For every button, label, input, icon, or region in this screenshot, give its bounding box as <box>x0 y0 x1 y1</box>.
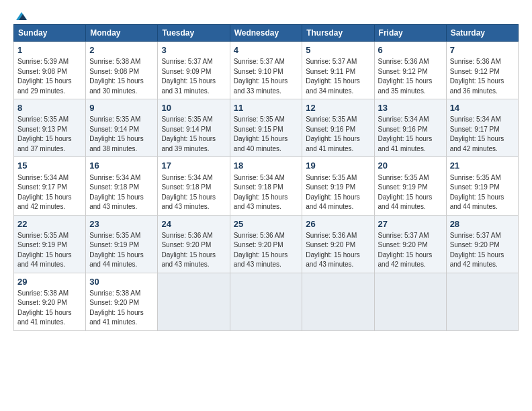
day-info: Sunrise: 5:35 AM Sunset: 9:14 PM Dayligh… <box>161 115 226 154</box>
weekday-header-friday: Friday <box>374 25 446 42</box>
day-number: 10 <box>161 102 226 114</box>
calendar-cell: 12Sunrise: 5:35 AM Sunset: 9:16 PM Dayli… <box>302 99 374 157</box>
calendar-cell: 1Sunrise: 5:39 AM Sunset: 9:08 PM Daylig… <box>14 42 86 99</box>
day-number: 9 <box>89 102 154 114</box>
day-info: Sunrise: 5:37 AM Sunset: 9:10 PM Dayligh… <box>234 57 299 96</box>
calendar-cell: 10Sunrise: 5:35 AM Sunset: 9:14 PM Dayli… <box>158 99 230 157</box>
day-number: 21 <box>450 160 515 172</box>
weekday-header-thursday: Thursday <box>302 25 374 42</box>
calendar-cell: 17Sunrise: 5:34 AM Sunset: 9:18 PM Dayli… <box>158 157 230 215</box>
day-info: Sunrise: 5:34 AM Sunset: 9:17 PM Dayligh… <box>17 173 82 212</box>
logo-area <box>13 11 28 19</box>
day-info: Sunrise: 5:35 AM Sunset: 9:13 PM Dayligh… <box>17 115 82 154</box>
calendar-cell <box>230 273 302 330</box>
day-info: Sunrise: 5:34 AM Sunset: 9:18 PM Dayligh… <box>234 173 299 212</box>
calendar-cell: 4Sunrise: 5:37 AM Sunset: 9:10 PM Daylig… <box>230 42 302 99</box>
day-number: 28 <box>450 218 515 230</box>
day-number: 15 <box>17 160 82 172</box>
calendar-cell: 3Sunrise: 5:37 AM Sunset: 9:09 PM Daylig… <box>158 42 230 99</box>
calendar-cell: 15Sunrise: 5:34 AM Sunset: 9:17 PM Dayli… <box>14 157 86 215</box>
day-info: Sunrise: 5:38 AM Sunset: 9:08 PM Dayligh… <box>89 57 154 96</box>
calendar-cell: 20Sunrise: 5:35 AM Sunset: 9:19 PM Dayli… <box>374 157 446 215</box>
weekday-header-row: SundayMondayTuesdayWednesdayThursdayFrid… <box>14 25 519 42</box>
day-number: 1 <box>17 44 82 56</box>
day-info: Sunrise: 5:34 AM Sunset: 9:18 PM Dayligh… <box>161 173 226 212</box>
logo <box>13 11 28 21</box>
calendar-cell: 14Sunrise: 5:34 AM Sunset: 9:17 PM Dayli… <box>446 99 518 157</box>
calendar-cell: 13Sunrise: 5:34 AM Sunset: 9:16 PM Dayli… <box>374 99 446 157</box>
day-info: Sunrise: 5:37 AM Sunset: 9:11 PM Dayligh… <box>306 57 370 96</box>
calendar-cell <box>158 273 230 330</box>
calendar-cell: 19Sunrise: 5:35 AM Sunset: 9:19 PM Dayli… <box>302 157 374 215</box>
week-row-4: 22Sunrise: 5:35 AM Sunset: 9:19 PM Dayli… <box>14 215 519 273</box>
day-info: Sunrise: 5:35 AM Sunset: 9:19 PM Dayligh… <box>17 231 82 270</box>
calendar-cell <box>374 273 446 330</box>
day-number: 2 <box>89 44 154 56</box>
calendar-cell: 7Sunrise: 5:36 AM Sunset: 9:12 PM Daylig… <box>446 42 518 99</box>
day-info: Sunrise: 5:35 AM Sunset: 9:19 PM Dayligh… <box>378 173 443 212</box>
calendar-cell: 8Sunrise: 5:35 AM Sunset: 9:13 PM Daylig… <box>14 99 86 157</box>
day-number: 26 <box>306 218 370 230</box>
day-info: Sunrise: 5:34 AM Sunset: 9:17 PM Dayligh… <box>450 115 515 154</box>
logo-icon <box>15 11 28 21</box>
calendar-cell: 6Sunrise: 5:36 AM Sunset: 9:12 PM Daylig… <box>374 42 446 99</box>
day-number: 16 <box>89 160 154 172</box>
calendar-cell: 5Sunrise: 5:37 AM Sunset: 9:11 PM Daylig… <box>302 42 374 99</box>
day-number: 6 <box>378 44 443 56</box>
day-info: Sunrise: 5:35 AM Sunset: 9:14 PM Dayligh… <box>89 115 154 154</box>
day-number: 14 <box>450 102 515 114</box>
day-info: Sunrise: 5:37 AM Sunset: 9:20 PM Dayligh… <box>378 231 443 270</box>
day-info: Sunrise: 5:35 AM Sunset: 9:19 PM Dayligh… <box>306 173 370 212</box>
day-number: 13 <box>378 102 443 114</box>
day-number: 19 <box>306 160 370 172</box>
day-number: 25 <box>234 218 299 230</box>
day-info: Sunrise: 5:36 AM Sunset: 9:12 PM Dayligh… <box>450 57 515 96</box>
weekday-header-monday: Monday <box>86 25 158 42</box>
day-number: 4 <box>234 44 299 56</box>
calendar-cell: 22Sunrise: 5:35 AM Sunset: 9:19 PM Dayli… <box>14 215 86 273</box>
calendar-cell <box>302 273 374 330</box>
day-number: 12 <box>306 102 370 114</box>
calendar-cell <box>446 273 518 330</box>
week-row-5: 29Sunrise: 5:38 AM Sunset: 9:20 PM Dayli… <box>14 273 519 330</box>
calendar-cell: 18Sunrise: 5:34 AM Sunset: 9:18 PM Dayli… <box>230 157 302 215</box>
day-number: 11 <box>234 102 299 114</box>
day-number: 7 <box>450 44 515 56</box>
day-info: Sunrise: 5:36 AM Sunset: 9:20 PM Dayligh… <box>306 231 370 270</box>
calendar-cell: 26Sunrise: 5:36 AM Sunset: 9:20 PM Dayli… <box>302 215 374 273</box>
weekday-header-saturday: Saturday <box>446 25 518 42</box>
calendar-cell: 23Sunrise: 5:35 AM Sunset: 9:19 PM Dayli… <box>86 215 158 273</box>
week-row-3: 15Sunrise: 5:34 AM Sunset: 9:17 PM Dayli… <box>14 157 519 215</box>
day-number: 20 <box>378 160 443 172</box>
day-info: Sunrise: 5:36 AM Sunset: 9:12 PM Dayligh… <box>378 57 443 96</box>
day-info: Sunrise: 5:34 AM Sunset: 9:18 PM Dayligh… <box>89 173 154 212</box>
calendar-cell: 30Sunrise: 5:38 AM Sunset: 9:20 PM Dayli… <box>86 273 158 330</box>
day-info: Sunrise: 5:35 AM Sunset: 9:19 PM Dayligh… <box>89 231 154 270</box>
day-number: 18 <box>234 160 299 172</box>
week-row-1: 1Sunrise: 5:39 AM Sunset: 9:08 PM Daylig… <box>14 42 519 99</box>
day-number: 17 <box>161 160 226 172</box>
day-info: Sunrise: 5:37 AM Sunset: 9:09 PM Dayligh… <box>161 57 226 96</box>
day-number: 29 <box>17 276 82 288</box>
day-info: Sunrise: 5:36 AM Sunset: 9:20 PM Dayligh… <box>234 231 299 270</box>
day-number: 30 <box>89 276 154 288</box>
calendar-cell: 29Sunrise: 5:38 AM Sunset: 9:20 PM Dayli… <box>14 273 86 330</box>
weekday-header-wednesday: Wednesday <box>230 25 302 42</box>
calendar: SundayMondayTuesdayWednesdayThursdayFrid… <box>13 24 519 331</box>
calendar-cell: 21Sunrise: 5:35 AM Sunset: 9:19 PM Dayli… <box>446 157 518 215</box>
calendar-cell: 16Sunrise: 5:34 AM Sunset: 9:18 PM Dayli… <box>86 157 158 215</box>
day-number: 24 <box>161 218 226 230</box>
day-info: Sunrise: 5:34 AM Sunset: 9:16 PM Dayligh… <box>378 115 443 154</box>
page: SundayMondayTuesdayWednesdayThursdayFrid… <box>0 0 532 411</box>
day-info: Sunrise: 5:38 AM Sunset: 9:20 PM Dayligh… <box>89 289 154 328</box>
day-number: 5 <box>306 44 370 56</box>
calendar-cell: 28Sunrise: 5:37 AM Sunset: 9:20 PM Dayli… <box>446 215 518 273</box>
day-info: Sunrise: 5:38 AM Sunset: 9:20 PM Dayligh… <box>17 289 82 328</box>
week-row-2: 8Sunrise: 5:35 AM Sunset: 9:13 PM Daylig… <box>14 99 519 157</box>
calendar-cell: 11Sunrise: 5:35 AM Sunset: 9:15 PM Dayli… <box>230 99 302 157</box>
day-number: 3 <box>161 44 226 56</box>
day-info: Sunrise: 5:36 AM Sunset: 9:20 PM Dayligh… <box>161 231 226 270</box>
day-number: 22 <box>17 218 82 230</box>
calendar-cell: 2Sunrise: 5:38 AM Sunset: 9:08 PM Daylig… <box>86 42 158 99</box>
day-info: Sunrise: 5:37 AM Sunset: 9:20 PM Dayligh… <box>450 231 515 270</box>
